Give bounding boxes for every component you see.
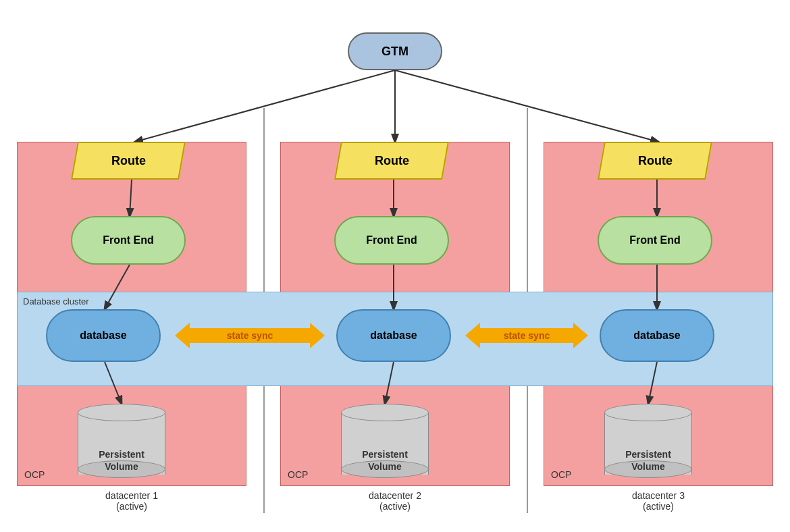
svg-line-0 bbox=[135, 70, 395, 142]
ocp-label-3: OCP bbox=[551, 469, 571, 480]
cylinder-3: PersistentVolume bbox=[604, 404, 692, 478]
cyl-top-2 bbox=[341, 404, 429, 421]
frontend-node-2: Front End bbox=[334, 216, 449, 265]
frontend-node-1: Front End bbox=[71, 216, 186, 265]
state-sync-1: state sync bbox=[172, 309, 327, 362]
pv-container-1: PersistentVolume bbox=[78, 404, 165, 478]
state-sync-label-2: state sync bbox=[504, 330, 550, 341]
route-label-3: Route bbox=[638, 154, 673, 168]
cylinder-1: PersistentVolume bbox=[78, 404, 165, 478]
ocp-label-2: OCP bbox=[288, 469, 308, 480]
route-shape-2: Route bbox=[334, 142, 449, 180]
database-label-1: database bbox=[80, 329, 126, 342]
cyl-top-1 bbox=[78, 404, 165, 421]
dc-label-2: datacenter 2 (active) bbox=[280, 490, 510, 512]
route-shape-3: Route bbox=[598, 142, 712, 180]
pv-label-1: PersistentVolume bbox=[78, 448, 165, 473]
frontend-label-2: Front End bbox=[366, 234, 417, 246]
state-sync-arrow-1: state sync bbox=[172, 323, 327, 348]
dc-label-1: datacenter 1 (active) bbox=[17, 490, 246, 512]
route-label-1: Route bbox=[111, 154, 146, 168]
pv-container-3: PersistentVolume bbox=[604, 404, 692, 478]
pv-label-2: PersistentVolume bbox=[341, 448, 429, 473]
state-sync-2: state sync bbox=[463, 309, 591, 362]
database-node-2: database bbox=[336, 309, 451, 362]
database-label-2: database bbox=[370, 329, 417, 342]
dc-label-3: datacenter 3 (active) bbox=[544, 490, 773, 512]
ocp-label-1: OCP bbox=[24, 469, 45, 480]
route-shape-1: Route bbox=[71, 142, 186, 180]
database-node-3: database bbox=[600, 309, 714, 362]
frontend-label-1: Front End bbox=[103, 234, 154, 246]
pv-container-2: PersistentVolume bbox=[341, 404, 429, 478]
route-label-2: Route bbox=[375, 154, 409, 168]
gtm-label: GTM bbox=[381, 45, 409, 59]
state-sync-arrow-2: state sync bbox=[463, 323, 591, 348]
database-label-3: database bbox=[633, 329, 680, 342]
frontend-label-3: Front End bbox=[629, 234, 681, 246]
gtm-node: GTM bbox=[348, 32, 442, 70]
database-node-1: database bbox=[46, 309, 161, 362]
cylinder-2: PersistentVolume bbox=[341, 404, 429, 478]
db-cluster-label: Database cluster bbox=[23, 296, 89, 307]
frontend-node-3: Front End bbox=[598, 216, 712, 265]
diagram-container: GTM OCP OCP OCP Database cluster Route R… bbox=[0, 0, 790, 532]
cyl-top-3 bbox=[604, 404, 692, 421]
pv-label-3: PersistentVolume bbox=[604, 448, 692, 473]
state-sync-label-1: state sync bbox=[227, 330, 273, 341]
